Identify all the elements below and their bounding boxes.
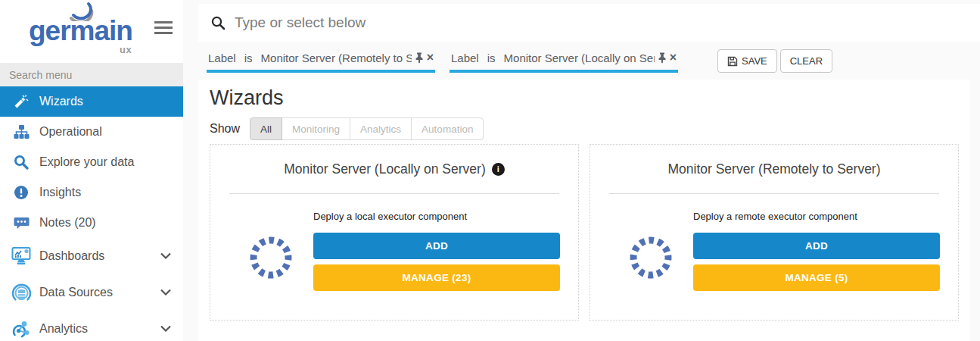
page-title: Wizards	[210, 86, 284, 110]
save-disk-icon	[727, 56, 738, 67]
filter-operator: is	[487, 52, 496, 64]
comments-icon	[10, 215, 33, 230]
sidebar-menu: Wizards Operational Explore	[0, 86, 183, 341]
logo-sub-text: ux	[120, 44, 132, 55]
tab-analytics[interactable]: Analytics	[350, 117, 412, 140]
sidebar-item-label: Explore your data	[39, 155, 134, 169]
close-icon[interactable]: ×	[670, 52, 677, 64]
show-filter-row: Show All Monitoring Analytics Automation	[210, 117, 484, 140]
save-button[interactable]: SAVE	[717, 49, 777, 73]
hamburger-menu-icon[interactable]	[154, 21, 173, 35]
main-content: Label is Monitor Server (Remotely to Se …	[183, 0, 980, 341]
tab-monitoring[interactable]: Monitoring	[282, 117, 350, 140]
card-body: Deploy a local executor component ADD MA…	[210, 194, 578, 291]
logo-text: germain	[29, 17, 132, 45]
tab-all[interactable]: All	[250, 117, 282, 140]
sidebar-item-label: Insights	[39, 186, 81, 199]
card-title-row: Monitor Server (Locally on Server) i	[210, 145, 578, 193]
manage-button[interactable]: MANAGE (23)	[313, 264, 560, 291]
filter-field: Label	[451, 52, 479, 64]
wizard-card-monitor-server-remotely: Monitor Server (Remotely to Server) Depl…	[590, 144, 959, 321]
exclamation-circle-icon	[10, 185, 33, 200]
wizard-card-monitor-server-locally: Monitor Server (Locally on Server) i Dep…	[210, 144, 579, 321]
close-icon[interactable]: ×	[427, 52, 434, 64]
wizard-cards: Monitor Server (Locally on Server) i Dep…	[210, 144, 969, 321]
sidebar-item-label: Operational	[39, 125, 102, 139]
sidebar-item-data-sources[interactable]: Data Sources	[0, 274, 183, 311]
sidebar-item-operational[interactable]: Operational	[0, 117, 183, 147]
sidebar-item-wizards[interactable]: Wizards	[0, 86, 183, 117]
filter-field: Label	[208, 52, 236, 64]
sidebar-item-dashboards[interactable]: Dashboards	[0, 238, 183, 274]
sidebar-item-notes[interactable]: Notes (20)	[0, 208, 183, 238]
filter-value: Monitor Server (Locally on Serv	[504, 52, 655, 64]
dashboard-icon	[10, 246, 33, 266]
pin-icon[interactable]	[658, 52, 667, 64]
sidebar-item-insights[interactable]: Insights	[0, 177, 183, 208]
card-title: Monitor Server (Remotely to Server)	[667, 161, 880, 177]
filter-operator: is	[244, 52, 253, 64]
chevron-down-icon[interactable]	[160, 253, 171, 260]
save-button-label: SAVE	[742, 55, 767, 67]
magic-wand-icon	[10, 94, 33, 109]
tab-automation[interactable]: Automation	[411, 117, 484, 140]
sidebar-item-label: Notes (20)	[39, 216, 96, 230]
sidebar-search-input[interactable]	[0, 63, 183, 86]
sitemap-icon	[10, 124, 33, 139]
filter-chip[interactable]: Label is Monitor Server (Remotely to Se …	[207, 47, 435, 73]
add-button[interactable]: ADD	[313, 233, 560, 259]
show-label: Show	[210, 122, 240, 136]
spinner-icon	[608, 205, 693, 291]
search-icon	[211, 16, 226, 30]
filter-value: Monitor Server (Remotely to Se	[261, 52, 412, 64]
card-title: Monitor Server (Locally on Server)	[284, 161, 485, 177]
global-search-bar	[198, 4, 980, 42]
card-actions-column: Deploy a local executor component ADD MA…	[313, 205, 560, 291]
sidebar: germain ux Wizards	[0, 0, 183, 341]
logo: germain ux	[0, 0, 183, 63]
sidebar-item-explore-your-data[interactable]: Explore your data	[0, 147, 183, 177]
filter-actions: SAVE CLEAR	[717, 49, 832, 73]
chevron-down-icon[interactable]	[160, 289, 171, 296]
add-button[interactable]: ADD	[693, 233, 940, 259]
filter-chips-row: Label is Monitor Server (Remotely to Se …	[207, 47, 692, 76]
manage-button[interactable]: MANAGE (5)	[693, 264, 940, 291]
card-actions-column: Deploy a remote executor component ADD M…	[693, 205, 940, 291]
spinner-icon	[229, 205, 313, 291]
card-description: Deploy a local executor component	[313, 211, 560, 222]
sidebar-item-label: Data Sources	[39, 286, 113, 299]
clear-button-label: CLEAR	[790, 55, 823, 67]
global-search-input[interactable]	[235, 14, 840, 31]
filter-chip[interactable]: Label is Monitor Server (Locally on Serv…	[450, 47, 678, 73]
pin-icon[interactable]	[415, 52, 424, 64]
card-body: Deploy a remote executor component ADD M…	[590, 194, 958, 291]
search-icon	[10, 155, 33, 170]
info-icon[interactable]: i	[492, 163, 505, 176]
sidebar-item-label: Wizards	[39, 95, 83, 108]
sidebar-item-label: Analytics	[39, 322, 88, 336]
card-title-row: Monitor Server (Remotely to Server)	[590, 145, 958, 193]
chevron-down-icon[interactable]	[160, 326, 171, 333]
sidebar-item-analytics[interactable]: Analytics	[0, 311, 183, 341]
analytics-icon	[10, 319, 33, 339]
clear-button[interactable]: CLEAR	[780, 49, 832, 73]
card-description: Deploy a remote executor component	[693, 211, 940, 222]
database-icon	[10, 283, 33, 303]
sidebar-item-label: Dashboards	[39, 249, 104, 263]
